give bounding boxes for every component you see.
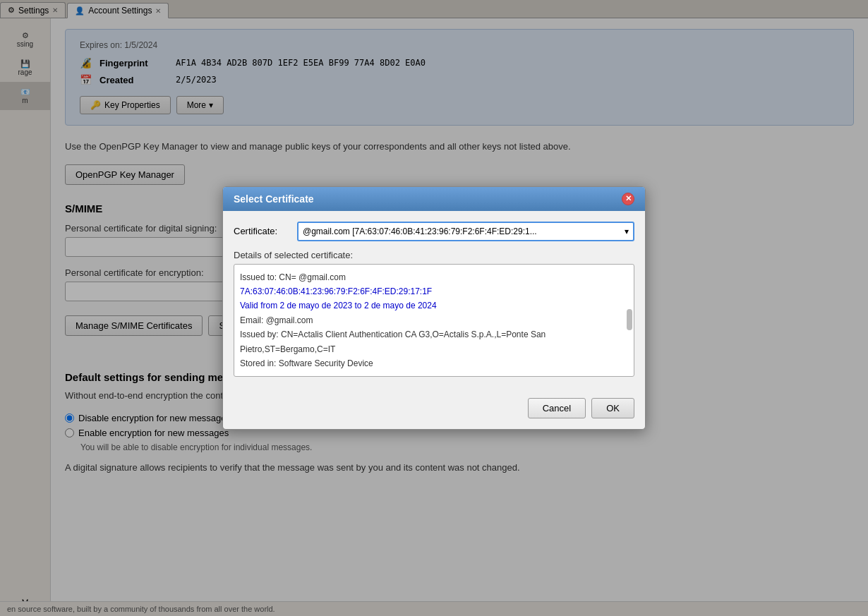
scrollbar xyxy=(627,309,632,330)
cancel-label: Cancel xyxy=(543,403,571,413)
modal-header: Select Certificate ✕ xyxy=(223,187,645,211)
certificate-dropdown[interactable]: @gmail.com [7A:63:07:46:0B:41:23:96:79:F… xyxy=(297,222,634,241)
cert-issued-to: Issued to: CN= @gmail.com xyxy=(240,270,628,284)
ok-button[interactable]: OK xyxy=(591,398,634,418)
cert-valid: Valid from 2 de mayo de 2023 to 2 de may… xyxy=(240,298,628,313)
modal-overlay: Select Certificate ✕ Certificate: @gmail… xyxy=(0,0,868,616)
ok-label: OK xyxy=(606,403,620,413)
modal-close-button[interactable]: ✕ xyxy=(622,193,634,205)
cert-details-box: Issued to: CN= @gmail.com 7A:63:07:46:0B… xyxy=(234,264,634,378)
modal-title: Select Certificate xyxy=(234,193,314,205)
cert-issued-by: Issued by: CN=Actalis Client Authenticat… xyxy=(240,327,628,356)
cert-fingerprint: 7A:63:07:46:0B:41:23:96:79:F2:6F:4F:ED:2… xyxy=(240,284,628,298)
cert-dropdown-value: @gmail.com [7A:63:07:46:0B:41:23:96:79:F… xyxy=(303,227,625,236)
modal-body: Certificate: @gmail.com [7A:63:07:46:0B:… xyxy=(223,211,645,399)
cert-dropdown-chevron-icon: ▾ xyxy=(625,227,629,236)
select-certificate-modal: Select Certificate ✕ Certificate: @gmail… xyxy=(222,186,646,430)
cert-details-label: Details of selected certificate: xyxy=(234,250,634,260)
certificate-label: Certificate: xyxy=(234,226,290,236)
cert-stored-in: Stored in: Software Security Device xyxy=(240,356,628,370)
certificate-row: Certificate: @gmail.com [7A:63:07:46:0B:… xyxy=(234,222,634,241)
cancel-button[interactable]: Cancel xyxy=(528,398,586,418)
modal-footer: Cancel OK xyxy=(223,398,645,429)
cert-email: Email: @gmail.com xyxy=(240,313,628,327)
